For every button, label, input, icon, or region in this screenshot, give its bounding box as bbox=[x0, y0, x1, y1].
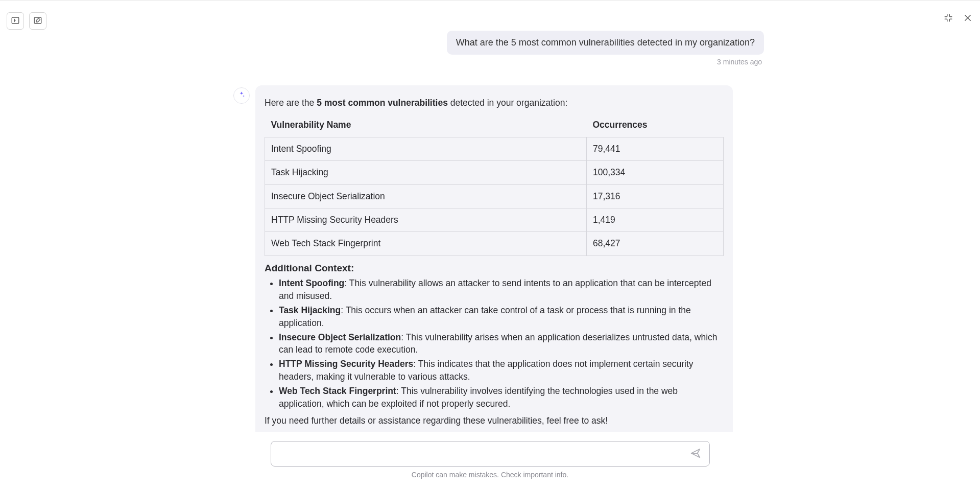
minimize-icon bbox=[944, 13, 953, 24]
message-input[interactable] bbox=[277, 441, 688, 466]
table-row: Task Hijacking 100,334 bbox=[265, 161, 724, 184]
vuln-name-cell: Task Hijacking bbox=[265, 161, 587, 184]
vuln-occ-cell: 100,334 bbox=[587, 161, 724, 184]
table-row: Web Tech Stack Fingerprint 68,427 bbox=[265, 232, 724, 255]
disclaimer-text: Copilot can make mistakes. Check importa… bbox=[412, 471, 568, 479]
context-item: Web Tech Stack Fingerprint: This vulnera… bbox=[279, 385, 724, 410]
context-item: Intent Spoofing: This vulnerability allo… bbox=[279, 277, 724, 303]
vuln-occ-cell: 1,419 bbox=[587, 208, 724, 231]
context-item: Insecure Object Serialization: This vuln… bbox=[279, 331, 724, 357]
close-icon bbox=[963, 13, 972, 24]
intro-before: Here are the bbox=[265, 98, 317, 108]
vuln-occ-cell: 68,427 bbox=[587, 232, 724, 255]
user-message-text: What are the 5 most common vulnerabiliti… bbox=[456, 37, 755, 48]
composer-area: Copilot can make mistakes. Check importa… bbox=[0, 441, 980, 479]
assistant-closing: If you need further details or assistanc… bbox=[265, 414, 724, 427]
assistant-intro: Here are the 5 most common vulnerabiliti… bbox=[265, 97, 724, 109]
top-border bbox=[0, 0, 980, 1]
vuln-occ-cell: 79,441 bbox=[587, 137, 724, 160]
table-row: Intent Spoofing 79,441 bbox=[265, 137, 724, 160]
context-desc: : This vulnerability allows an attacker … bbox=[279, 278, 711, 301]
user-message-bubble: What are the 5 most common vulnerabiliti… bbox=[447, 31, 764, 55]
user-message-timestamp: 3 minutes ago bbox=[717, 58, 762, 66]
copilot-avatar bbox=[233, 87, 250, 104]
context-item: Task Hijacking: This occurs when an atta… bbox=[279, 304, 724, 330]
context-term: Insecure Object Serialization bbox=[279, 332, 401, 342]
vuln-name-cell: Insecure Object Serialization bbox=[265, 184, 587, 208]
chat-scroll-area[interactable]: What are the 5 most common vulnerabiliti… bbox=[0, 25, 980, 432]
table-row: HTTP Missing Security Headers 1,419 bbox=[265, 208, 724, 231]
table-header-row: Vulnerability Name Occurrences bbox=[265, 113, 724, 137]
composer bbox=[271, 441, 710, 467]
intro-after: detected in your organization: bbox=[448, 98, 567, 108]
collapse-button[interactable] bbox=[942, 12, 954, 25]
context-desc: : This occurs when an attacker can take … bbox=[279, 305, 691, 328]
col-header-occurrences: Occurrences bbox=[587, 113, 724, 137]
sparkle-icon bbox=[238, 91, 245, 100]
send-button[interactable] bbox=[688, 446, 703, 461]
send-icon bbox=[690, 448, 701, 460]
additional-context-heading: Additional Context: bbox=[265, 261, 724, 275]
vuln-occ-cell: 17,316 bbox=[587, 184, 724, 208]
context-term: Intent Spoofing bbox=[279, 278, 344, 288]
assistant-message-row: Here are the 5 most common vulnerabiliti… bbox=[0, 85, 980, 432]
user-message-row: What are the 5 most common vulnerabiliti… bbox=[0, 31, 980, 66]
vuln-name-cell: Web Tech Stack Fingerprint bbox=[265, 232, 587, 255]
vulnerabilities-table: Vulnerability Name Occurrences Intent Sp… bbox=[265, 113, 724, 255]
context-item: HTTP Missing Security Headers: This indi… bbox=[279, 358, 724, 383]
svg-rect-1 bbox=[34, 17, 41, 24]
vuln-name-cell: HTTP Missing Security Headers bbox=[265, 208, 587, 231]
context-list: Intent Spoofing: This vulnerability allo… bbox=[265, 277, 724, 410]
toolbar-right bbox=[942, 12, 974, 25]
assistant-message-bubble: Here are the 5 most common vulnerabiliti… bbox=[255, 85, 733, 432]
context-term: HTTP Missing Security Headers bbox=[279, 359, 413, 369]
intro-bold: 5 most common vulnerabilities bbox=[317, 98, 448, 108]
close-button[interactable] bbox=[962, 12, 974, 25]
col-header-name: Vulnerability Name bbox=[265, 113, 587, 137]
context-term: Task Hijacking bbox=[279, 305, 341, 315]
context-term: Web Tech Stack Fingerprint bbox=[279, 386, 396, 396]
vuln-name-cell: Intent Spoofing bbox=[265, 137, 587, 160]
table-row: Insecure Object Serialization 17,316 bbox=[265, 184, 724, 208]
